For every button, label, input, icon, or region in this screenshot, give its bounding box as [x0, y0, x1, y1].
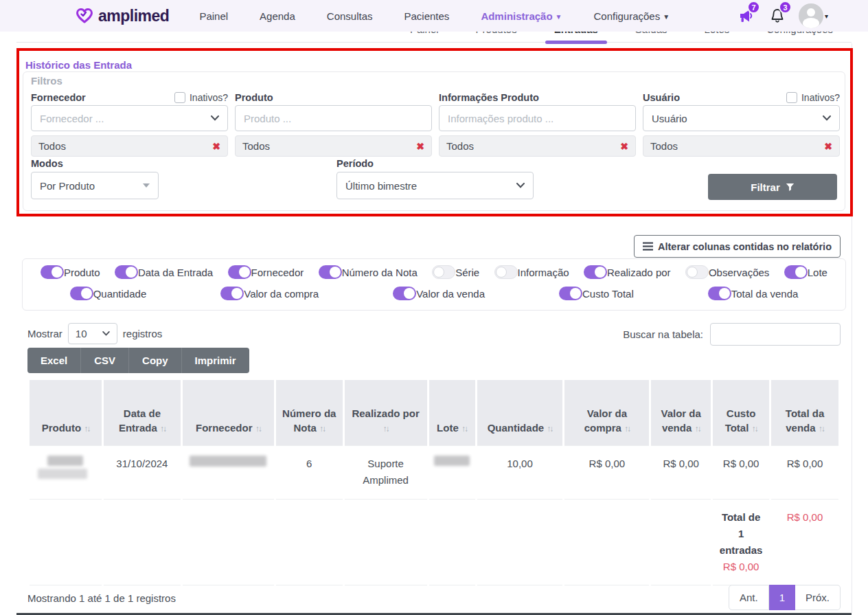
informacoes-label: Informações Produto [439, 92, 539, 103]
toggle-data-da-entrada[interactable]: Data da Entrada [115, 265, 213, 279]
toggle-row-1: Produto Data da Entrada Fornecedor Númer… [41, 265, 827, 279]
export-excel-button[interactable]: Excel [27, 348, 81, 373]
alter-columns-button[interactable]: Alterar colunas contidas no relatório [634, 235, 841, 258]
usuario-chip: Todos ✖ [643, 135, 840, 157]
toggle-fornecedor[interactable]: Fornecedor [228, 265, 304, 279]
table-search-input[interactable] [710, 323, 841, 346]
toggle-valor-da-compra[interactable]: Valor da compra [220, 287, 319, 300]
toggle-on-switch [784, 265, 808, 279]
remove-chip-icon[interactable]: ✖ [824, 141, 832, 152]
produto-input[interactable] [235, 105, 432, 131]
sort-icon: ↑↓ [624, 424, 630, 434]
nav-consultas[interactable]: Consultas [327, 10, 373, 22]
col-lote[interactable]: Lote ↑↓ [429, 380, 475, 445]
toggle-observacoes[interactable]: Observações [685, 265, 769, 279]
chevron-down-icon [102, 331, 110, 336]
periodo-select[interactable]: Último bimestre [336, 172, 534, 199]
col-fornecedor[interactable]: Fornecedor ↑↓ [183, 380, 274, 445]
notifications-button[interactable]: 3 [767, 5, 788, 26]
sort-icon: ↑↓ [160, 424, 165, 434]
toggle-valor-da-venda[interactable]: Valor da venda [393, 287, 485, 300]
toggle-informacao[interactable]: Informação [494, 265, 569, 279]
remove-chip-icon[interactable]: ✖ [620, 141, 628, 152]
sort-icon: ↑↓ [694, 424, 700, 434]
fornecedor-inativos-checkbox-group: Inativos? [174, 92, 228, 103]
cell-custo-total: R$ 0,00 [713, 445, 769, 499]
chevron-down-icon: ▼ [556, 13, 562, 21]
toggle-total-da-venda[interactable]: Total da venda [708, 287, 799, 300]
remove-chip-icon[interactable]: ✖ [212, 141, 220, 152]
informacoes-filter: Informações Produto Todos ✖ [439, 90, 636, 157]
pagination-next-button[interactable]: Próx. [795, 585, 841, 610]
export-copy-button[interactable]: Copy [129, 348, 182, 373]
table-row: 31/10/2024 6 Suporte Amplimed 10,00 R$ 0… [30, 445, 838, 499]
toggle-realizado-por[interactable]: Realizado por [584, 265, 671, 279]
toggle-custo-total[interactable]: Custo Total [559, 287, 634, 300]
col-data-de-entrada[interactable]: Data de Entrada ↑↓ [104, 380, 181, 445]
nav-administracao[interactable]: Administração▼ [481, 10, 562, 22]
page-size-select[interactable]: 10 [68, 323, 117, 344]
nav-pacientes[interactable]: Pacientes [404, 10, 450, 22]
export-imprimir-button[interactable]: Imprimir [182, 348, 249, 373]
usuario-inativos-checkbox[interactable] [786, 92, 797, 103]
sort-icon: ↑↓ [752, 424, 757, 434]
col-produto[interactable]: Produto ↑↓ [30, 380, 102, 445]
fornecedor-select[interactable]: Fornecedor ... [31, 105, 228, 131]
toggle-on-switch [559, 287, 582, 300]
cell-realizado-por: Suporte Amplimed [345, 445, 427, 499]
announcements-badge: 7 [747, 1, 760, 14]
toggle-on-switch [319, 265, 342, 279]
col-realizado-por[interactable]: Realizado por ↑↓ [345, 380, 427, 445]
table-search-control: Buscar na tabela: [623, 323, 841, 346]
totals-label: Total de 1 entradas [717, 509, 765, 559]
cell-fornecedor [183, 445, 274, 499]
sort-icon: ↑↓ [547, 424, 552, 434]
brand-name: amplimed [98, 7, 169, 25]
usuario-label: Usuário [643, 92, 680, 103]
totals-row: Total de 1 entradas R$ 0,00 R$ 0,00 [30, 499, 838, 585]
periodo-filter: Período Último bimestre [336, 158, 534, 199]
cell-valor-compra: R$ 0,00 [564, 445, 649, 499]
modos-select[interactable]: Por Produto [31, 172, 159, 199]
navbar-icons: 7 3 ▾ [735, 0, 828, 32]
toggle-numero-da-nota[interactable]: Número da Nota [319, 265, 418, 279]
redacted-product [38, 469, 87, 479]
col-total-da-venda[interactable]: Total da venda ↑↓ [771, 380, 838, 445]
announcements-button[interactable]: 7 [735, 5, 756, 26]
export-csv-button[interactable]: CSV [81, 348, 129, 373]
toggle-on-switch [584, 265, 607, 279]
informacoes-input[interactable] [439, 105, 636, 131]
produto-chip: Todos ✖ [235, 135, 432, 157]
account-menu-button[interactable]: ▾ [799, 3, 828, 28]
col-custo-total[interactable]: Custo Total ↑↓ [713, 380, 769, 445]
remove-chip-icon[interactable]: ✖ [416, 141, 424, 152]
nav-agenda[interactable]: Agenda [260, 10, 295, 22]
toggle-produto[interactable]: Produto [41, 265, 100, 279]
nav-painel[interactable]: Painel [199, 10, 228, 22]
filtrar-button[interactable]: Filtrar [708, 174, 837, 200]
pagination-page-1[interactable]: 1 [769, 585, 795, 610]
export-buttons: Excel CSV Copy Imprimir [27, 348, 249, 373]
informacoes-chip: Todos ✖ [439, 135, 636, 157]
usuario-select[interactable]: Usuário [643, 105, 840, 131]
col-valor-da-venda[interactable]: Valor da venda ↑↓ [651, 380, 711, 445]
cell-total-venda: R$ 0,00 [771, 445, 838, 499]
col-quantidade[interactable]: Quantidade ↑↓ [477, 380, 563, 445]
col-valor-da-compra[interactable]: Valor da compra ↑↓ [564, 380, 649, 445]
totals-venda-value: R$ 0,00 [771, 499, 838, 585]
toggle-quantidade[interactable]: Quantidade [70, 287, 147, 300]
usuario-filter: Usuário Inativos? Usuário Todos ✖ [643, 90, 840, 157]
nav-configuracoes[interactable]: Configurações▼ [593, 10, 670, 22]
toggle-on-switch [708, 287, 731, 300]
cell-lote [429, 445, 475, 499]
fornecedor-inativos-checkbox[interactable] [174, 92, 185, 103]
periodo-label: Período [336, 158, 534, 169]
registros-label: registros [123, 328, 163, 339]
sort-icon: ↑↓ [84, 424, 89, 434]
sort-icon: ↑↓ [255, 424, 261, 434]
pagination-prev-button[interactable]: Ant. [729, 585, 769, 610]
amplimed-logo[interactable]: amplimed [76, 7, 169, 25]
toggle-lote[interactable]: Lote [784, 265, 827, 279]
toggle-serie[interactable]: Série [432, 265, 479, 279]
col-numero-da-nota[interactable]: Número da Nota ↑↓ [276, 380, 343, 445]
